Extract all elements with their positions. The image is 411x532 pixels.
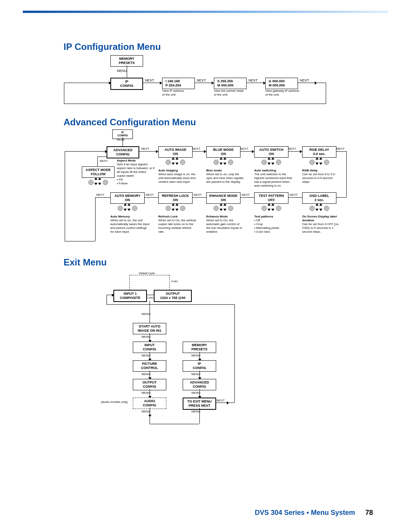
line — [336, 197, 346, 198]
label-next: NEXT — [194, 193, 202, 197]
box-gateway: G 000.000M 000.000 — [265, 78, 298, 89]
box-ip-addr: I 196.168P 254.254 — [162, 78, 195, 89]
heading-ip-config: IP Configuration Menu — [64, 42, 161, 52]
box-auto-memory: AUTO MEMORY ON — [110, 192, 145, 204]
box-refresh-lock: REFRESH LOCK ON — [158, 192, 193, 204]
label-next: NEXT — [192, 147, 200, 150]
line — [139, 151, 156, 152]
label-menu: MENU — [117, 138, 125, 141]
label-next: NEXT — [217, 399, 225, 402]
desc-test-pattern: Test patterns• Off• Crop• Alternating pi… — [254, 215, 292, 234]
label-menu: MENU — [142, 410, 151, 413]
label-next: NEXT — [242, 193, 250, 197]
box-output-config: OUTPUTCONFIG — [133, 379, 166, 390]
line — [336, 151, 346, 152]
box-input-config: INPUTCONFIG — [133, 342, 166, 353]
label-menu: MENU — [191, 354, 201, 357]
line — [241, 197, 254, 198]
line — [95, 197, 110, 198]
heading-exit-menu: Exit Menu — [64, 257, 107, 268]
label-audio-note: (Audio models only) — [101, 400, 128, 404]
box-output: OUTPUT1024 x 768 @60 — [154, 290, 192, 302]
line — [346, 151, 347, 197]
label-next: NEXT — [100, 159, 108, 163]
label-next: NEXT — [290, 193, 298, 197]
box-ip-config2: IPCONFIG — [183, 360, 216, 372]
adjust-icon — [212, 203, 235, 212]
box-audio-config: AUDIOCONFIG — [133, 398, 166, 409]
line — [234, 304, 235, 403]
footer-title: DVS 304 Series • Menu System — [255, 509, 355, 516]
box-aspect-mode: ASPECT MODEFOLLOW — [82, 166, 115, 178]
line — [107, 295, 107, 304]
line — [193, 151, 204, 152]
line — [147, 295, 154, 295]
line — [195, 83, 212, 83]
label-menu: MENU — [142, 312, 151, 316]
adjust-icon — [212, 157, 235, 166]
label-next: NEXT — [240, 147, 248, 150]
line — [65, 241, 95, 241]
box-blue-mode: BLUE MODE ON — [206, 146, 241, 158]
box-picture-control: PICTURECONTROL — [133, 360, 166, 372]
line — [150, 424, 199, 424]
line — [150, 416, 150, 424]
line — [288, 197, 302, 198]
line — [65, 151, 105, 152]
line — [326, 83, 326, 104]
label-next: NEXT — [146, 193, 154, 197]
box-adv-config: ADVANCEDCONFIG — [107, 146, 139, 158]
label-next: NEXT — [336, 147, 344, 150]
label-next: NEXT — [141, 147, 149, 150]
dashed-line — [169, 275, 170, 290]
desc-auto-memory: Auto MemoryWhen set to on, the unit auto… — [110, 215, 151, 234]
desc-osd-label: On Screen Display label durationCan be s… — [302, 215, 344, 234]
adjust-icon — [87, 177, 110, 187]
line — [97, 157, 98, 166]
line — [145, 197, 158, 198]
line — [64, 83, 64, 104]
line — [143, 83, 160, 83]
label-menu: MENU — [142, 391, 151, 395]
box-start-auto: START AUTOIMAGE ON IN1 — [133, 323, 166, 334]
box-rgb-delay: RGB DELAY0.0 sec. — [302, 146, 336, 158]
header-gradient-bar — [23, 11, 388, 13]
label-menu: MENU — [191, 410, 201, 413]
label-menu: MENU — [142, 354, 151, 357]
adjust-icon — [308, 203, 331, 212]
box-memory-presets2: MEMORYPRESETS — [183, 342, 216, 353]
adjust-icon — [164, 157, 187, 166]
page: IP Configuration Menu Advanced Configura… — [0, 0, 411, 532]
desc-ip-addr: View IP addressof the unit. — [162, 89, 204, 97]
desc-subnet: View the subnet maskof the unit. — [214, 89, 260, 97]
desc-auto-image: Auto imagingWhen auto image is on, the u… — [158, 169, 196, 184]
line — [317, 83, 326, 83]
line — [288, 151, 300, 152]
label-menu: MENU — [191, 391, 201, 395]
line — [107, 304, 234, 305]
desc-rgb-delay: RGB delayCan be set from 0 to 5.0 second… — [302, 169, 340, 184]
box-osd-label: OSD LABEL2 sec. — [302, 192, 336, 204]
line — [229, 403, 234, 403]
label-next: NEXT — [96, 193, 104, 197]
label-next: NEXT — [197, 78, 206, 82]
heading-adv-config: Advanced Configuration Menu — [64, 117, 196, 128]
line — [216, 403, 227, 403]
line — [95, 197, 96, 241]
line — [107, 295, 112, 295]
desc-enhance-mode: Enhance ModeWhen set to On, the automati… — [206, 215, 244, 234]
label-next: NEXT — [145, 78, 154, 82]
line — [97, 157, 107, 157]
label-next: NEXT — [249, 78, 258, 82]
desc-refresh-lock: Refresh LockWhen set to On, the vertical… — [158, 215, 196, 234]
footer: DVS 304 Series • Menu System 78 — [255, 509, 373, 517]
label-menu: MENU — [142, 372, 151, 376]
line — [64, 104, 326, 104]
line — [247, 83, 263, 83]
line — [193, 197, 206, 198]
desc-blue-mode: Blue modeWhen set to on, only the sync a… — [206, 169, 244, 184]
label-default-cycle: Default Cycle — [139, 272, 155, 275]
dashed-line — [129, 275, 169, 276]
label-next: NEXT — [288, 147, 296, 150]
adjust-icon — [260, 203, 283, 212]
